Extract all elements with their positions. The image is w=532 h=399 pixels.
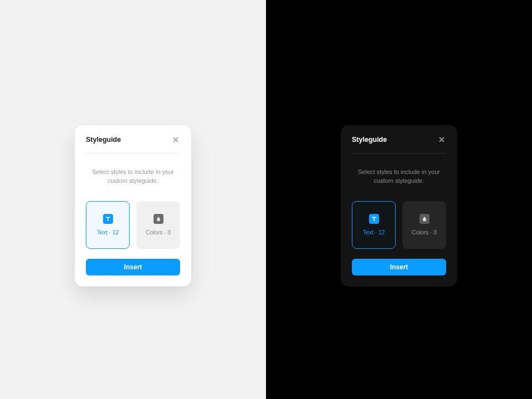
tile-row: Text · 12 Colors · 3: [86, 201, 180, 249]
dialog-title: Styleguide: [352, 136, 387, 144]
styleguide-dialog: Styleguide Select styles to include in y…: [341, 125, 457, 287]
close-icon: [173, 137, 178, 142]
tile-colors[interactable]: Colors · 3: [136, 201, 180, 249]
close-icon: [439, 137, 444, 142]
dialog-instruction: Select styles to include in your custom …: [89, 168, 177, 186]
styleguide-dialog: Styleguide Select styles to include in y…: [75, 125, 191, 287]
tile-label: Colors · 3: [146, 229, 171, 236]
dialog-header: Styleguide: [352, 135, 446, 154]
tile-text[interactable]: Text · 12: [86, 201, 130, 249]
insert-button[interactable]: Insert: [352, 259, 446, 275]
dark-panel: Styleguide Select styles to include in y…: [266, 0, 532, 399]
dialog-instruction: Select styles to include in your custom …: [355, 168, 443, 186]
close-button[interactable]: [437, 135, 446, 144]
color-swatch-icon: [420, 214, 429, 224]
tile-colors[interactable]: Colors · 3: [402, 201, 446, 249]
insert-button[interactable]: Insert: [86, 259, 180, 275]
tile-label: Colors · 3: [412, 229, 437, 236]
dialog-title: Styleguide: [86, 136, 121, 144]
tile-label: Text · 12: [363, 229, 385, 236]
dialog-header: Styleguide: [86, 135, 180, 154]
light-panel: Styleguide Select styles to include in y…: [0, 0, 266, 399]
text-icon: [369, 214, 379, 224]
tile-label: Text · 12: [97, 229, 119, 236]
tile-row: Text · 12 Colors · 3: [352, 201, 446, 249]
close-button[interactable]: [171, 135, 180, 144]
text-icon: [103, 214, 113, 224]
color-swatch-icon: [154, 214, 163, 224]
tile-text[interactable]: Text · 12: [352, 201, 396, 249]
